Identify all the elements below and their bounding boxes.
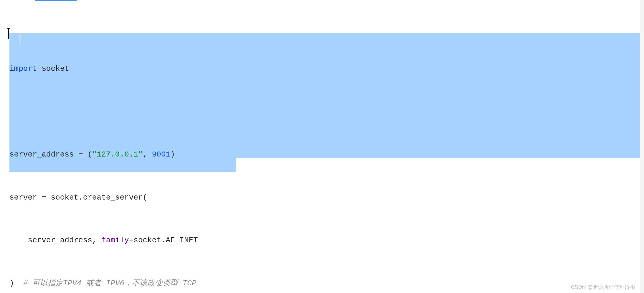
- number-literal: 9001: [152, 150, 170, 159]
- code-text: =socket.AF_INET: [129, 236, 198, 245]
- code-text: ): [9, 279, 23, 288]
- code-line[interactable]: import socket: [9, 62, 644, 76]
- code-text: ): [170, 150, 175, 159]
- comment-text: # 可以指定IPV4 或者 IPV6，不该改变类型 TCP: [23, 279, 196, 288]
- module-name: socket: [37, 64, 69, 73]
- code-line[interactable]: server_address, family=socket.AF_INET: [9, 233, 644, 248]
- code-line[interactable]: server_address = ("127.0.0.1", 9001): [9, 147, 644, 162]
- code-line[interactable]: ) # 可以指定IPV4 或者 IPV6，不该改变类型 TCP: [9, 276, 644, 291]
- param-name: family: [101, 236, 129, 245]
- keyword-import: import: [9, 64, 37, 73]
- code-text: server_address,: [9, 236, 101, 245]
- text-cursor: [20, 33, 20, 44]
- code-line[interactable]: server = socket.create_server(: [9, 190, 644, 205]
- string-literal: "127.0.0.1": [92, 150, 143, 159]
- code-text: ,: [143, 150, 152, 159]
- code-line[interactable]: [9, 105, 644, 119]
- code-editor[interactable]: import socket server_address = ("127.0.0…: [0, 0, 644, 293]
- code-text: server_address = (: [9, 150, 92, 159]
- code-text: server = socket.create_server(: [9, 193, 147, 202]
